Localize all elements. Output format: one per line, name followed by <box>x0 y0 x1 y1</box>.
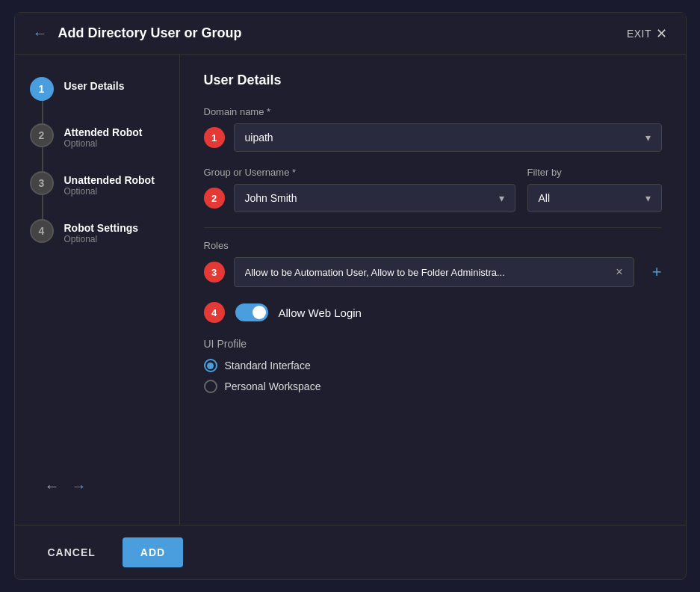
radio-personal-workspace[interactable]: Personal Workspace <box>204 380 662 393</box>
domain-name-badge: 1 <box>204 127 225 148</box>
group-username-chevron-icon: ▾ <box>499 192 504 204</box>
step-sub-4: Optional <box>64 234 139 244</box>
step-label-1: User Details <box>64 80 125 92</box>
back-button[interactable]: ← <box>33 25 48 42</box>
roles-badge: 3 <box>204 262 225 283</box>
roles-row: 3 Allow to be Automation User, Allow to … <box>204 257 662 287</box>
roles-label: Roles <box>204 240 662 251</box>
filter-by-select[interactable]: All ▾ <box>527 184 662 212</box>
add-directory-user-dialog: ← Add Directory User or Group EXIT ✕ 1 U… <box>14 12 687 580</box>
step-label-3: Unattended Robot <box>64 174 155 186</box>
nav-arrows: ← → <box>30 470 164 502</box>
roles-clear-icon[interactable]: × <box>616 265 622 279</box>
allow-web-login-row: 4 Allow Web Login <box>204 302 662 323</box>
close-icon: ✕ <box>656 25 668 42</box>
group-username-selects: John Smith ▾ All ▾ <box>234 184 662 212</box>
roles-add-button[interactable]: + <box>652 262 662 282</box>
step-text-4: Robot Settings Optional <box>64 219 139 244</box>
step-1[interactable]: 1 User Details <box>30 77 164 123</box>
group-username-label: Group or Username * <box>204 167 515 178</box>
domain-name-value: uipath <box>245 132 273 144</box>
roles-group: Roles 3 Allow to be Automation User, All… <box>204 240 662 287</box>
step-4[interactable]: 4 Robot Settings Optional <box>30 219 164 267</box>
step-label-2: Attended Robot <box>64 126 143 138</box>
ui-profile-section: UI Profile Standard Interface Personal W… <box>204 338 662 393</box>
step-text-3: Unattended Robot Optional <box>64 171 155 197</box>
group-username-row: 2 John Smith ▾ All ▾ <box>204 184 662 212</box>
nav-back-button[interactable]: ← <box>45 478 60 495</box>
step-circle-2: 2 <box>30 123 54 147</box>
domain-name-chevron-icon: ▾ <box>645 132 651 144</box>
step-text-2: Attended Robot Optional <box>64 123 143 149</box>
allow-web-login-label: Allow Web Login <box>279 306 362 319</box>
dialog-header: ← Add Directory User or Group EXIT ✕ <box>15 13 686 55</box>
step-3[interactable]: 3 Unattended Robot Optional <box>30 171 164 219</box>
group-username-labels: Group or Username * Filter by <box>204 167 662 184</box>
step-sub-2: Optional <box>64 138 143 149</box>
radio-standard-interface[interactable]: Standard Interface <box>204 359 662 372</box>
step-2[interactable]: 2 Attended Robot Optional <box>30 123 164 171</box>
filter-by-label: Filter by <box>527 167 662 178</box>
ui-profile-title: UI Profile <box>204 338 662 350</box>
radio-personal-label: Personal Workspace <box>225 380 321 392</box>
allow-web-login-toggle[interactable] <box>235 303 268 321</box>
group-username-group: Group or Username * Filter by 2 John Smi… <box>204 167 662 212</box>
domain-name-label: Domain name * <box>204 106 662 117</box>
main-content: User Details Domain name * 1 uipath ▾ Gr… <box>179 55 686 525</box>
roles-value: Allow to be Automation User, Allow to be… <box>245 267 610 278</box>
step-label-4: Robot Settings <box>64 222 139 234</box>
radio-standard-icon[interactable] <box>204 359 217 372</box>
dialog-title: Add Directory User or Group <box>58 25 627 41</box>
divider <box>204 227 662 228</box>
radio-personal-icon[interactable] <box>204 380 217 393</box>
section-title: User Details <box>204 73 662 88</box>
dialog-footer: CANCEL ADD <box>15 525 686 579</box>
allow-web-login-badge: 4 <box>204 302 225 323</box>
roles-field[interactable]: Allow to be Automation User, Allow to be… <box>234 257 634 287</box>
domain-name-row: 1 uipath ▾ <box>204 123 662 152</box>
step-circle-4: 4 <box>30 219 54 243</box>
nav-forward-button[interactable]: → <box>72 478 87 495</box>
filter-by-chevron-icon: ▾ <box>645 192 651 204</box>
step-circle-1: 1 <box>30 77 54 101</box>
sidebar: 1 User Details 2 Attended Robot Optional… <box>15 55 179 525</box>
cancel-button[interactable]: CANCEL <box>33 537 111 567</box>
step-circle-3: 3 <box>30 171 54 195</box>
radio-standard-label: Standard Interface <box>225 360 311 371</box>
group-username-value: John Smith <box>245 192 297 204</box>
step-text-1: User Details <box>64 77 125 92</box>
exit-button[interactable]: EXIT ✕ <box>627 25 668 42</box>
dialog-body: 1 User Details 2 Attended Robot Optional… <box>15 55 686 525</box>
exit-label: EXIT <box>627 28 651 40</box>
domain-name-select[interactable]: uipath ▾ <box>234 123 662 152</box>
add-button[interactable]: ADD <box>123 537 183 567</box>
domain-name-group: Domain name * 1 uipath ▾ <box>204 106 662 152</box>
step-sub-3: Optional <box>64 186 155 197</box>
group-username-badge: 2 <box>204 188 225 209</box>
filter-by-value: All <box>539 192 551 204</box>
group-username-select[interactable]: John Smith ▾ <box>234 184 515 212</box>
